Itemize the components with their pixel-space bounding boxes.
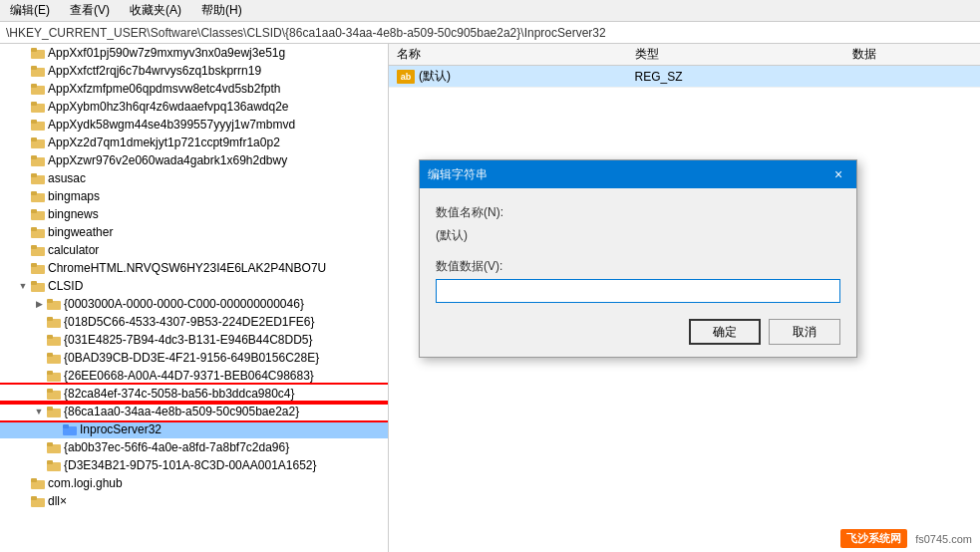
menu-view[interactable]: 查看(V) [64, 1, 116, 20]
svg-rect-37 [47, 371, 53, 375]
reg-data-cell [844, 66, 980, 88]
tree-arrow-inproc [48, 422, 62, 436]
svg-rect-49 [31, 478, 37, 482]
dialog-cancel-button[interactable]: 取消 [769, 319, 840, 345]
tree-item-clsid8[interactable]: {ab0b37ec-56f6-4a0e-a8fd-7a8bf7c2da96} [0, 438, 388, 456]
tree-item-clsid4[interactable]: {0BAD39CB-DD3E-4F21-9156-649B0156C28E} [0, 349, 388, 367]
table-row[interactable]: ab(默认)REG_SZ [389, 66, 980, 88]
folder-icon-app2 [30, 64, 46, 78]
dialog-buttons: 确定 取消 [436, 315, 840, 345]
svg-rect-39 [47, 389, 53, 393]
tree-label-inproc: InprocServer32 [80, 422, 388, 436]
tree-item-app1[interactable]: AppXxf01pj590w7z9mxmyv3nx0a9ewj3e51g [0, 44, 388, 62]
dialog-data-label: 数值数据(V): [436, 258, 840, 275]
tree-arrow-clsid7[interactable]: ▼ [32, 405, 46, 418]
tree-item-clsid6[interactable]: {82ca84ef-374c-5058-ba56-bb3ddca980c4} [0, 385, 388, 403]
tree-arrow-app6 [16, 136, 30, 149]
svg-rect-1 [31, 48, 37, 52]
folder-icon-clsid2 [46, 315, 62, 329]
tree-item-inproc[interactable]: InprocServer32 [0, 420, 388, 438]
folder-icon-bingmaps [30, 189, 46, 203]
dialog-close-button[interactable]: × [828, 164, 848, 184]
folder-icon-asusac [30, 171, 46, 185]
tree-arrow-clsid1[interactable]: ▶ [32, 297, 46, 311]
tree-arrow-clsid3 [32, 333, 46, 347]
tree-item-clsid2[interactable]: {018D5C66-4533-4307-9B53-224DE2ED1FE6} [0, 313, 388, 331]
dialog-data-input[interactable] [436, 279, 840, 303]
tree-arrow-clsid2 [32, 315, 46, 329]
tree-label-clsid2: {018D5C66-4533-4307-9B53-224DE2ED1FE6} [64, 315, 388, 329]
tree-arrow-asusac [16, 171, 30, 185]
tree-item-dllx[interactable]: dll× [0, 492, 388, 510]
tree-item-app6[interactable]: AppXz2d7qm1dmekjyt1p721ccpt9mfr1a0p2 [0, 134, 388, 151]
tree-item-app4[interactable]: AppXybm0hz3h6qr4z6wdaaefvpq136awdq2e [0, 98, 388, 116]
folder-icon-clsid7 [46, 405, 62, 418]
folder-icon-comlogi [30, 476, 46, 490]
svg-rect-11 [31, 138, 37, 141]
menu-favorites[interactable]: 收藏夹(A) [124, 1, 187, 20]
tree-label-dllx: dll× [48, 494, 388, 508]
tree-arrow-app1 [16, 46, 30, 60]
svg-rect-41 [47, 407, 53, 411]
folder-icon-clsid [30, 279, 46, 293]
dialog-ok-button[interactable]: 确定 [689, 319, 761, 345]
menu-help[interactable]: 帮助(H) [195, 1, 248, 20]
tree-label-clsid3: {031E4825-7B94-4dc3-B131-E946B44C8DD5} [64, 333, 388, 347]
svg-rect-51 [31, 496, 37, 500]
svg-rect-21 [31, 227, 37, 231]
tree-item-app5[interactable]: AppXydk58wgm44se4b399557yyyj1w7mbmvd [0, 116, 388, 134]
edit-string-dialog: 编辑字符串 × 数值名称(N): (默认) 数值数据(V): 确定 取消 [419, 159, 857, 358]
menu-edit[interactable]: 编辑(E) [4, 1, 56, 20]
tree-item-bingnews[interactable]: bingnews [0, 205, 388, 223]
tree-arrow-clsid8 [32, 440, 46, 454]
svg-rect-45 [47, 442, 53, 446]
tree-label-bingmaps: bingmaps [48, 189, 388, 203]
tree-item-bingweather[interactable]: bingweather [0, 223, 388, 241]
tree-item-clsid7[interactable]: ▼ {86ca1aa0-34aa-4e8b-a509-50c905bae2a2} [0, 403, 388, 420]
folder-icon-app4 [30, 100, 46, 114]
tree-label-calculator: calculator [48, 243, 388, 257]
folder-icon-clsid3 [46, 333, 62, 347]
folder-icon-bingnews [30, 207, 46, 221]
tree-item-clsid[interactable]: ▼ CLSID [0, 277, 388, 295]
tree-label-clsid4: {0BAD39CB-DD3E-4F21-9156-649B0156C28E} [64, 351, 388, 365]
tree-item-app7[interactable]: AppXzwr976v2e060wada4gabrk1x69h2dbwy [0, 151, 388, 169]
menubar: 编辑(E) 查看(V) 收藏夹(A) 帮助(H) [0, 0, 980, 22]
tree-item-comlogi[interactable]: com.logi.ghub [0, 474, 388, 492]
dialog-titlebar: 编辑字符串 × [420, 160, 856, 188]
folder-icon-app6 [30, 136, 46, 149]
tree-item-clsid1[interactable]: ▶ {0003000A-0000-0000-C000-000000000046} [0, 295, 388, 313]
tree-item-clsid3[interactable]: {031E4825-7B94-4dc3-B131-E946B44C8DD5} [0, 331, 388, 349]
tree-item-app3[interactable]: AppXxfzmfpme06qpdmsvw8etc4vd5sb2fpth [0, 80, 388, 98]
tree-arrow-app2 [16, 64, 30, 78]
svg-rect-3 [31, 66, 37, 70]
tree-item-clsid9[interactable]: {D3E34B21-9D75-101A-8C3D-00AA001A1652} [0, 456, 388, 474]
svg-rect-7 [31, 102, 37, 106]
tree-label-bingnews: bingnews [48, 207, 388, 221]
tree-label-app4: AppXybm0hz3h6qr4z6wdaaefvpq136awdq2e [48, 100, 388, 114]
folder-icon-clsid6 [46, 387, 62, 401]
tree-item-chrome[interactable]: ChromeHTML.NRVQSW6HY23I4E6LAK2P4NBO7U [0, 259, 388, 277]
col-type: 类型 [627, 44, 844, 66]
watermark-logo: 飞沙系统网 [840, 529, 907, 548]
folder-icon-app3 [30, 82, 46, 96]
tree-label-app2: AppXxfctf2rqj6c7b4wrvys6zq1bskprrn19 [48, 64, 388, 78]
tree-arrow-clsid[interactable]: ▼ [16, 279, 30, 293]
tree-label-clsid7: {86ca1aa0-34aa-4e8b-a509-50c905bae2a2} [64, 405, 388, 418]
tree-panel[interactable]: AppXxf01pj590w7z9mxmyv3nx0a9ewj3e51g App… [0, 44, 389, 552]
svg-rect-9 [31, 120, 37, 124]
tree-item-calculator[interactable]: calculator [0, 241, 388, 259]
col-data: 数据 [844, 44, 980, 66]
tree-item-app2[interactable]: AppXxfctf2rqj6c7b4wrvys6zq1bskprrn19 [0, 62, 388, 80]
tree-item-bingmaps[interactable]: bingmaps [0, 187, 388, 205]
tree-arrow-bingweather [16, 225, 30, 239]
folder-icon-app7 [30, 153, 46, 167]
tree-arrow-app3 [16, 82, 30, 96]
tree-arrow-dllx [16, 494, 30, 508]
tree-arrow-clsid9 [32, 458, 46, 472]
tree-label-clsid6: {82ca84ef-374c-5058-ba56-bb3ddca980c4} [64, 387, 388, 401]
tree-item-clsid5[interactable]: {26EE0668-A00A-44D7-9371-BEB064C98683} [0, 367, 388, 385]
svg-rect-31 [47, 317, 53, 321]
tree-item-asusac[interactable]: asusac [0, 169, 388, 187]
reg-type-cell: REG_SZ [627, 66, 844, 88]
